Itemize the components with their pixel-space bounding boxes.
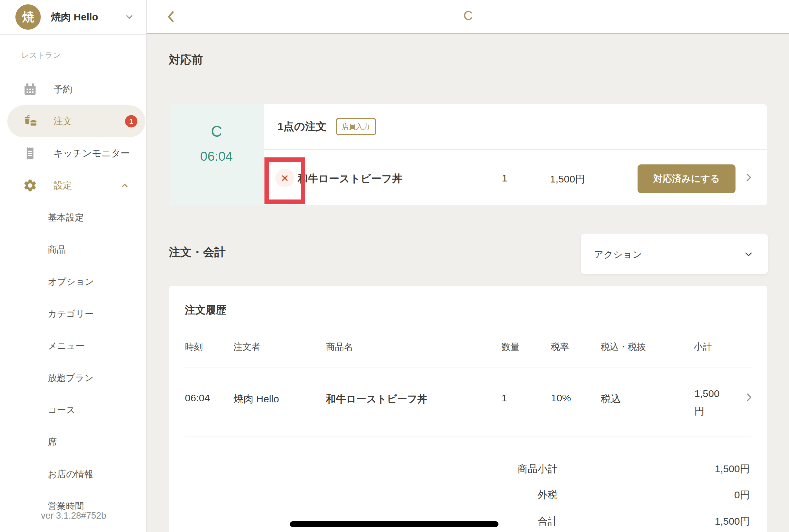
restaurant-name: 焼肉 Hello <box>51 11 124 24</box>
sidebar-item-label: 注文 <box>54 115 72 128</box>
sidebar: 焼 焼肉 Hello レストラン 予約 <box>0 0 147 532</box>
restaurant-switcher[interactable]: 焼 焼肉 Hello <box>0 0 147 35</box>
sidebar-subitem-products[interactable]: 商品 <box>0 233 147 266</box>
order-accounting-title: 注文・会計 <box>169 245 226 260</box>
sidebar-subitem-basic-settings[interactable]: 基本設定 <box>0 202 147 233</box>
sidebar-subitem-menu[interactable]: メニュー <box>0 330 147 362</box>
row-qty: 1 <box>502 392 507 404</box>
settings-submenu: 基本設定 商品 オプション カテゴリー メニュー 放題プラン コース 席 お店の… <box>0 202 147 522</box>
sidebar-subitem-seats[interactable]: 席 <box>0 426 147 458</box>
row-time: 06:04 <box>185 392 210 404</box>
order-item-price: 1,500円 <box>550 172 585 186</box>
column-header-tax-rate: 税率 <box>551 341 569 353</box>
chevron-down-icon <box>743 249 754 260</box>
sidebar-item-orders[interactable]: 注文 1 <box>7 105 146 137</box>
orders-count-badge: 1 <box>125 115 137 128</box>
row-subtotal: 1,500 円 <box>694 385 719 420</box>
fastfood-icon <box>23 114 37 129</box>
order-item-name: 和牛ローストビーフ丼 <box>298 172 402 186</box>
chevron-down-icon <box>124 12 134 22</box>
chevron-right-icon[interactable] <box>743 172 754 183</box>
table-time-panel: C 06:04 <box>169 104 264 205</box>
pending-order-card: C 06:04 1点の注文 店員入力 和牛ローストビーフ丼 1 1,500円 <box>169 104 767 205</box>
sidebar-subitem-shop-info[interactable]: お店の情報 <box>0 458 147 490</box>
annotation-highlight-box <box>264 157 305 204</box>
sidebar-item-label: 設定 <box>54 179 72 192</box>
page-header: C <box>147 0 789 34</box>
total-label: 合計 <box>538 515 558 528</box>
column-header-subtotal: 小計 <box>694 341 712 353</box>
main-content: 対応前 C 06:04 1点の注文 店員入力 和牛ローストビーフ丼 <box>147 35 789 532</box>
staff-input-badge: 店員入力 <box>336 118 376 135</box>
order-item-quantity: 1 <box>502 172 507 184</box>
external-tax-value: 0円 <box>734 488 750 502</box>
column-header-qty: 数量 <box>502 341 520 353</box>
row-tax-type: 税込 <box>601 392 621 406</box>
sidebar-item-reservations[interactable]: 予約 <box>7 73 146 105</box>
sidebar-section-label: レストラン <box>21 50 147 60</box>
column-header-orderer: 注文者 <box>233 341 260 353</box>
chevron-right-icon[interactable] <box>743 392 755 403</box>
chevron-up-icon <box>120 181 129 190</box>
row-tax-rate: 10% <box>551 392 571 404</box>
subtotal-value: 1,500円 <box>715 462 750 476</box>
table-divider <box>185 436 751 436</box>
sidebar-item-kitchen-monitor[interactable]: キッチンモニター <box>7 137 146 169</box>
sidebar-item-settings[interactable]: 設定 <box>7 169 146 202</box>
app-version: ver 3.1.28#752b <box>0 511 147 521</box>
sidebar-subitem-all-you-can-eat[interactable]: 放題プラン <box>0 362 147 394</box>
receipt-icon <box>23 146 37 161</box>
row-subtotal-unit: 円 <box>694 402 719 420</box>
order-count-label: 1点の注文 <box>278 119 327 134</box>
column-header-time: 時刻 <box>185 341 203 353</box>
column-header-item: 商品名 <box>326 341 353 353</box>
pending-section-title: 対応前 <box>169 52 203 68</box>
order-time: 06:04 <box>200 149 233 164</box>
row-item-name: 和牛ローストビーフ丼 <box>326 392 428 406</box>
row-orderer: 焼肉 Hello <box>233 392 279 406</box>
subtotal-label: 商品小計 <box>518 462 558 476</box>
order-history-card: 注文履歴 時刻 注文者 商品名 数量 税率 税込・税抜 小計 06:04 焼肉 … <box>169 286 767 532</box>
sidebar-subitem-course[interactable]: コース <box>0 394 147 426</box>
page-title: C <box>147 9 789 23</box>
action-dropdown[interactable]: アクション <box>581 233 768 274</box>
restaurant-avatar: 焼 <box>15 4 41 30</box>
row-subtotal-amount: 1,500 <box>694 385 719 402</box>
table-divider <box>185 367 751 368</box>
table-label: C <box>211 122 222 140</box>
external-tax-label: 外税 <box>538 488 558 502</box>
home-indicator[interactable] <box>290 521 499 527</box>
calendar-icon <box>23 82 37 97</box>
sidebar-subitem-options[interactable]: オプション <box>0 266 147 298</box>
total-value: 1,500円 <box>715 515 750 528</box>
sidebar-subitem-categories[interactable]: カテゴリー <box>0 298 147 330</box>
order-history-title: 注文履歴 <box>185 303 226 317</box>
sidebar-item-label: 予約 <box>54 83 72 96</box>
column-header-tax-type: 税込・税抜 <box>601 341 646 353</box>
gear-icon <box>23 178 37 193</box>
mark-done-button[interactable]: 対応済みにする <box>638 165 735 193</box>
sidebar-item-label: キッチンモニター <box>54 147 130 160</box>
action-dropdown-label: アクション <box>594 248 642 261</box>
order-item-row: 和牛ローストビーフ丼 1 1,500円 対応済みにする <box>264 150 767 205</box>
